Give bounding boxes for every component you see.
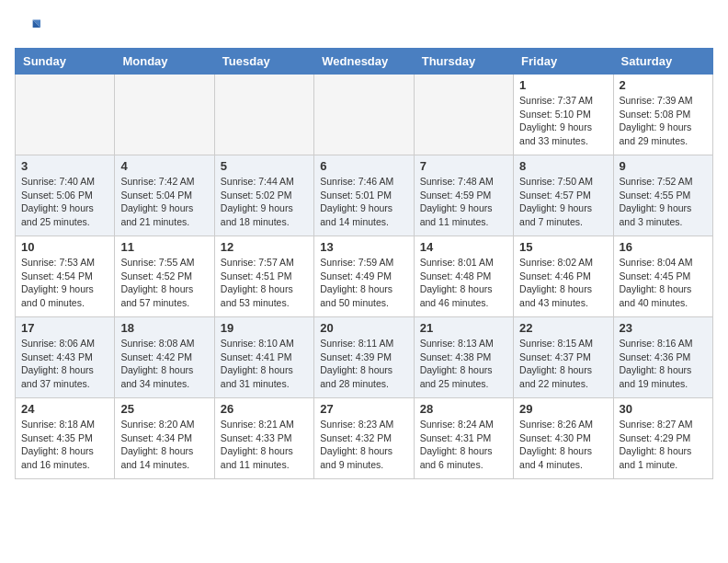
day-info: Sunrise: 7:48 AM Sunset: 4:59 PM Dayligh…: [420, 175, 507, 229]
calendar-cell: [115, 75, 214, 155]
day-number: 2: [620, 78, 707, 92]
calendar-cell: 13Sunrise: 7:59 AM Sunset: 4:49 PM Dayli…: [314, 236, 414, 317]
calendar-cell: 12Sunrise: 7:57 AM Sunset: 4:51 PM Dayli…: [214, 236, 313, 317]
day-info: Sunrise: 7:59 AM Sunset: 4:49 PM Dayligh…: [320, 256, 407, 310]
calendar-cell: 15Sunrise: 8:02 AM Sunset: 4:46 PM Dayli…: [514, 236, 613, 317]
calendar-cell: 24Sunrise: 8:18 AM Sunset: 4:35 PM Dayli…: [16, 398, 115, 479]
day-number: 28: [420, 402, 507, 416]
day-info: Sunrise: 8:01 AM Sunset: 4:48 PM Dayligh…: [420, 256, 507, 310]
calendar-cell: 30Sunrise: 8:27 AM Sunset: 4:29 PM Dayli…: [613, 398, 712, 479]
calendar-cell: 20Sunrise: 8:11 AM Sunset: 4:39 PM Dayli…: [314, 317, 414, 398]
day-number: 30: [620, 402, 707, 416]
calendar-cell: 10Sunrise: 7:53 AM Sunset: 4:54 PM Dayli…: [16, 236, 115, 317]
day-info: Sunrise: 7:39 AM Sunset: 5:08 PM Dayligh…: [620, 94, 707, 148]
calendar-cell: 18Sunrise: 8:08 AM Sunset: 4:42 PM Dayli…: [115, 317, 214, 398]
day-info: Sunrise: 7:46 AM Sunset: 5:01 PM Dayligh…: [320, 175, 407, 229]
calendar-cell: 21Sunrise: 8:13 AM Sunset: 4:38 PM Dayli…: [414, 317, 513, 398]
day-info: Sunrise: 8:27 AM Sunset: 4:29 PM Dayligh…: [620, 418, 707, 472]
calendar-cell: 17Sunrise: 8:06 AM Sunset: 4:43 PM Dayli…: [16, 317, 115, 398]
calendar-cell: 14Sunrise: 8:01 AM Sunset: 4:48 PM Dayli…: [414, 236, 513, 317]
day-number: 23: [620, 321, 707, 335]
day-number: 18: [120, 321, 208, 335]
calendar-cell: 22Sunrise: 8:15 AM Sunset: 4:37 PM Dayli…: [514, 317, 613, 398]
calendar-cell: [314, 75, 414, 155]
weekday-header-wednesday: Wednesday: [314, 49, 414, 75]
day-info: Sunrise: 8:26 AM Sunset: 4:30 PM Dayligh…: [519, 418, 607, 472]
day-info: Sunrise: 7:37 AM Sunset: 5:10 PM Dayligh…: [519, 94, 607, 148]
day-info: Sunrise: 8:16 AM Sunset: 4:36 PM Dayligh…: [620, 337, 707, 391]
day-info: Sunrise: 8:23 AM Sunset: 4:32 PM Dayligh…: [320, 418, 407, 472]
day-number: 13: [320, 240, 407, 254]
day-number: 10: [21, 240, 108, 254]
day-number: 25: [120, 402, 208, 416]
week-row-4: 17Sunrise: 8:06 AM Sunset: 4:43 PM Dayli…: [16, 317, 713, 398]
day-info: Sunrise: 8:24 AM Sunset: 4:31 PM Dayligh…: [420, 418, 507, 472]
day-number: 16: [620, 240, 707, 254]
day-number: 27: [320, 402, 407, 416]
day-info: Sunrise: 7:55 AM Sunset: 4:52 PM Dayligh…: [120, 256, 208, 310]
day-info: Sunrise: 8:15 AM Sunset: 4:37 PM Dayligh…: [519, 337, 607, 391]
day-number: 21: [420, 321, 507, 335]
calendar-cell: 9Sunrise: 7:52 AM Sunset: 4:55 PM Daylig…: [613, 155, 712, 236]
calendar-cell: 25Sunrise: 8:20 AM Sunset: 4:34 PM Dayli…: [115, 398, 214, 479]
calendar-cell: [16, 75, 115, 155]
calendar-cell: 11Sunrise: 7:55 AM Sunset: 4:52 PM Dayli…: [115, 236, 214, 317]
day-info: Sunrise: 8:18 AM Sunset: 4:35 PM Dayligh…: [21, 418, 108, 472]
weekday-header-monday: Monday: [115, 49, 214, 75]
calendar-cell: 23Sunrise: 8:16 AM Sunset: 4:36 PM Dayli…: [613, 317, 712, 398]
day-number: 5: [221, 159, 308, 173]
calendar-cell: 19Sunrise: 8:10 AM Sunset: 4:41 PM Dayli…: [214, 317, 313, 398]
calendar-cell: 29Sunrise: 8:26 AM Sunset: 4:30 PM Dayli…: [514, 398, 613, 479]
day-info: Sunrise: 7:57 AM Sunset: 4:51 PM Dayligh…: [221, 256, 308, 310]
calendar-cell: 5Sunrise: 7:44 AM Sunset: 5:02 PM Daylig…: [214, 155, 313, 236]
calendar-cell: 2Sunrise: 7:39 AM Sunset: 5:08 PM Daylig…: [613, 75, 712, 155]
day-info: Sunrise: 8:20 AM Sunset: 4:34 PM Dayligh…: [120, 418, 208, 472]
day-number: 9: [620, 159, 707, 173]
day-number: 8: [519, 159, 607, 173]
weekday-header-sunday: Sunday: [16, 49, 115, 75]
day-number: 20: [320, 321, 407, 335]
calendar-cell: 1Sunrise: 7:37 AM Sunset: 5:10 PM Daylig…: [514, 75, 613, 155]
day-number: 14: [420, 240, 507, 254]
day-number: 22: [519, 321, 607, 335]
day-info: Sunrise: 7:53 AM Sunset: 4:54 PM Dayligh…: [21, 256, 108, 310]
day-info: Sunrise: 8:13 AM Sunset: 4:38 PM Dayligh…: [420, 337, 507, 391]
day-info: Sunrise: 8:04 AM Sunset: 4:45 PM Dayligh…: [620, 256, 707, 310]
week-row-2: 3Sunrise: 7:40 AM Sunset: 5:06 PM Daylig…: [16, 155, 713, 236]
calendar-cell: 28Sunrise: 8:24 AM Sunset: 4:31 PM Dayli…: [414, 398, 513, 479]
weekday-header-row: SundayMondayTuesdayWednesdayThursdayFrid…: [16, 49, 713, 75]
day-info: Sunrise: 8:21 AM Sunset: 4:33 PM Dayligh…: [221, 418, 308, 472]
calendar-cell: 16Sunrise: 8:04 AM Sunset: 4:45 PM Dayli…: [613, 236, 712, 317]
calendar-cell: 8Sunrise: 7:50 AM Sunset: 4:57 PM Daylig…: [514, 155, 613, 236]
day-info: Sunrise: 8:08 AM Sunset: 4:42 PM Dayligh…: [120, 337, 208, 391]
calendar-cell: 26Sunrise: 8:21 AM Sunset: 4:33 PM Dayli…: [214, 398, 313, 479]
day-info: Sunrise: 8:02 AM Sunset: 4:46 PM Dayligh…: [519, 256, 607, 310]
weekday-header-thursday: Thursday: [414, 49, 513, 75]
day-number: 29: [519, 402, 607, 416]
day-info: Sunrise: 7:52 AM Sunset: 4:55 PM Dayligh…: [620, 175, 707, 229]
day-number: 15: [519, 240, 607, 254]
day-number: 3: [21, 159, 108, 173]
day-info: Sunrise: 8:06 AM Sunset: 4:43 PM Dayligh…: [21, 337, 108, 391]
calendar-cell: 4Sunrise: 7:42 AM Sunset: 5:04 PM Daylig…: [115, 155, 214, 236]
day-number: 26: [221, 402, 308, 416]
calendar-cell: 3Sunrise: 7:40 AM Sunset: 5:06 PM Daylig…: [16, 155, 115, 236]
day-info: Sunrise: 7:44 AM Sunset: 5:02 PM Dayligh…: [221, 175, 308, 229]
day-number: 17: [21, 321, 108, 335]
calendar-cell: 27Sunrise: 8:23 AM Sunset: 4:32 PM Dayli…: [314, 398, 414, 479]
day-info: Sunrise: 7:42 AM Sunset: 5:04 PM Dayligh…: [120, 175, 208, 229]
logo-icon: [15, 15, 40, 40]
weekday-header-tuesday: Tuesday: [214, 49, 313, 75]
calendar-cell: 7Sunrise: 7:48 AM Sunset: 4:59 PM Daylig…: [414, 155, 513, 236]
day-number: 12: [221, 240, 308, 254]
day-number: 4: [120, 159, 208, 173]
calendar-cell: [214, 75, 313, 155]
day-info: Sunrise: 8:10 AM Sunset: 4:41 PM Dayligh…: [221, 337, 308, 391]
calendar-cell: [414, 75, 513, 155]
day-number: 6: [320, 159, 407, 173]
day-number: 24: [21, 402, 108, 416]
day-number: 19: [221, 321, 308, 335]
week-row-1: 1Sunrise: 7:37 AM Sunset: 5:10 PM Daylig…: [16, 75, 713, 155]
day-number: 7: [420, 159, 507, 173]
calendar-table: SundayMondayTuesdayWednesdayThursdayFrid…: [15, 48, 713, 479]
